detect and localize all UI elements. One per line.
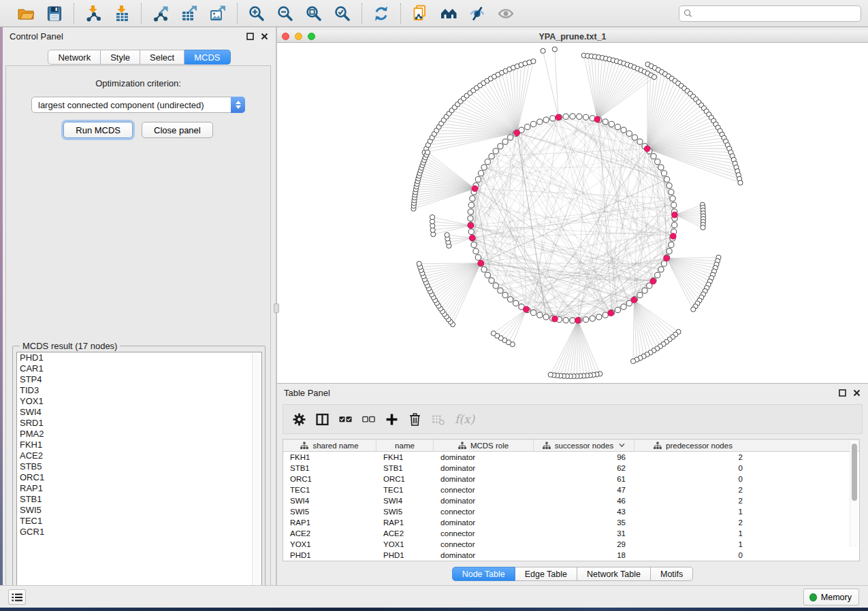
- open-session-button[interactable]: [15, 3, 37, 24]
- mcds-result-item[interactable]: RAP1: [17, 483, 261, 494]
- ring-node[interactable]: [602, 119, 608, 125]
- dominator-node[interactable]: [468, 222, 474, 229]
- table-row[interactable]: YOX1YOX1connector291: [283, 539, 859, 550]
- tab-network[interactable]: Network: [48, 50, 101, 65]
- float-table-panel-icon[interactable]: [838, 389, 847, 397]
- export-image-button[interactable]: [207, 3, 229, 24]
- ring-node[interactable]: [637, 139, 643, 144]
- ring-node[interactable]: [669, 189, 674, 195]
- ring-node[interactable]: [478, 171, 483, 176]
- leaf-node[interactable]: [652, 75, 656, 80]
- leaf-node[interactable]: [691, 307, 696, 312]
- ring-node[interactable]: [602, 312, 608, 318]
- import-table-button[interactable]: [111, 3, 133, 24]
- mcds-result-item[interactable]: SRD1: [17, 418, 261, 429]
- leaf-node[interactable]: [630, 359, 635, 363]
- table-row[interactable]: ORC1ORC1dominator610: [283, 474, 859, 484]
- dominator-node[interactable]: [472, 186, 478, 192]
- column-header-predecessor-nodes[interactable]: predecessor nodes: [634, 440, 752, 451]
- table-row[interactable]: PHD1PHD1dominator180: [283, 550, 859, 561]
- mcds-result-item[interactable]: PHD1: [17, 352, 261, 363]
- ring-node[interactable]: [669, 242, 674, 248]
- leaf-node[interactable]: [531, 59, 536, 63]
- leaf-node[interactable]: [445, 233, 449, 237]
- close-panel-icon[interactable]: [260, 32, 269, 41]
- mcds-result-list[interactable]: PHD1CAR1STP4TID3YOX1SWI4SRD1PMA2FKH1ACE2…: [16, 352, 262, 595]
- ring-node[interactable]: [475, 254, 481, 260]
- ring-node[interactable]: [493, 148, 498, 154]
- ring-node[interactable]: [655, 272, 660, 278]
- dominator-node[interactable]: [575, 317, 581, 323]
- ring-node[interactable]: [577, 114, 582, 119]
- ring-node[interactable]: [570, 318, 575, 323]
- close-table-panel-icon[interactable]: [852, 389, 861, 397]
- ring-node[interactable]: [493, 283, 498, 288]
- vertical-splitter-grip[interactable]: [274, 303, 279, 313]
- ring-node[interactable]: [651, 154, 656, 159]
- mcds-result-item[interactable]: FKH1: [17, 440, 261, 450]
- ring-node[interactable]: [489, 154, 494, 159]
- ring-node[interactable]: [661, 171, 666, 176]
- ring-node[interactable]: [621, 304, 626, 310]
- ring-node[interactable]: [666, 183, 672, 188]
- ring-node[interactable]: [537, 119, 543, 125]
- deselect-all-button[interactable]: [362, 412, 375, 427]
- leaf-node[interactable]: [548, 372, 553, 377]
- dominator-node[interactable]: [644, 146, 650, 152]
- dominator-node[interactable]: [552, 316, 558, 322]
- leaf-node[interactable]: [425, 150, 430, 154]
- zoom-selected-button[interactable]: [332, 3, 353, 24]
- ring-node[interactable]: [468, 229, 474, 234]
- select-all-button[interactable]: [339, 412, 352, 427]
- table-row[interactable]: FKH1FKH1dominator962: [283, 452, 859, 463]
- leaf-node[interactable]: [738, 180, 743, 185]
- mcds-result-item[interactable]: GCR1: [17, 527, 261, 538]
- ring-node[interactable]: [481, 267, 487, 272]
- ring-node[interactable]: [563, 318, 568, 323]
- close-panel-button[interactable]: Close panel: [142, 122, 213, 138]
- mcds-result-item[interactable]: PMA2: [17, 429, 261, 440]
- ring-node[interactable]: [615, 307, 620, 312]
- dominator-node[interactable]: [672, 212, 678, 218]
- dominator-node[interactable]: [670, 233, 676, 240]
- mcds-result-item[interactable]: SWI5: [17, 505, 261, 516]
- ring-node[interactable]: [485, 272, 490, 278]
- ring-node[interactable]: [530, 121, 536, 127]
- table-row[interactable]: TEC1TEC1connector472: [283, 484, 859, 495]
- ring-node[interactable]: [473, 248, 479, 254]
- ring-node[interactable]: [468, 202, 474, 208]
- ring-node[interactable]: [672, 222, 677, 228]
- import-network-button[interactable]: [82, 3, 104, 24]
- column-header-MCDS-role[interactable]: MCDS role: [434, 440, 534, 451]
- column-header-successor-nodes[interactable]: successor nodes: [534, 440, 634, 451]
- float-panel-icon[interactable]: [246, 32, 255, 41]
- leaf-node[interactable]: [701, 225, 705, 230]
- tab-mcds[interactable]: MCDS: [184, 50, 230, 65]
- ring-node[interactable]: [485, 159, 490, 165]
- table-row[interactable]: SWI5SWI5connector431: [283, 506, 859, 517]
- ring-node[interactable]: [470, 196, 475, 201]
- new-network-from-selection-button[interactable]: [409, 3, 431, 24]
- apply-layout-button[interactable]: [370, 3, 392, 24]
- dominator-node[interactable]: [608, 310, 614, 316]
- leaf-node[interactable]: [430, 215, 434, 220]
- ring-node[interactable]: [537, 312, 543, 318]
- table-scrollbar-thumb[interactable]: [852, 444, 857, 501]
- table-row[interactable]: SWI4SWI4dominator462: [283, 495, 859, 506]
- ring-node[interactable]: [489, 278, 494, 283]
- table-options-button[interactable]: [293, 412, 306, 427]
- leaf-node[interactable]: [552, 47, 557, 52]
- leaf-node[interactable]: [417, 261, 421, 266]
- column-header-name[interactable]: name: [376, 440, 434, 451]
- dominator-node[interactable]: [650, 278, 656, 284]
- ring-node[interactable]: [502, 293, 508, 298]
- memory-button[interactable]: Memory: [803, 589, 859, 606]
- network-canvas[interactable]: [277, 43, 868, 382]
- column-header-shared-name[interactable]: shared name: [283, 440, 376, 451]
- ring-node[interactable]: [471, 242, 477, 248]
- zoom-out-button[interactable]: [274, 3, 296, 24]
- hide-details-button[interactable]: [466, 3, 488, 24]
- ring-node[interactable]: [658, 165, 664, 170]
- group-nodes-button[interactable]: [438, 3, 460, 24]
- ring-node[interactable]: [525, 124, 530, 129]
